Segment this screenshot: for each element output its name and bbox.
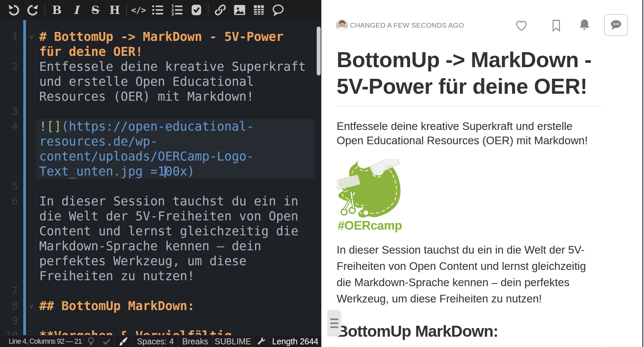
- code-row[interactable]: ## BottomUp MarkDown:: [39, 298, 195, 313]
- code-token: Markdown-Sprache kennen – dein: [39, 239, 261, 253]
- code-token: Text_unten.jpg =1: [39, 164, 165, 178]
- code-row[interactable]: Entfessele deine kreative Superkraft: [39, 59, 306, 74]
- list-ul-icon[interactable]: [151, 2, 165, 18]
- code-row[interactable]: für deine OER!: [39, 44, 143, 59]
- handle-bar: [330, 326, 338, 328]
- comments-button[interactable]: [604, 14, 628, 36]
- image-icon[interactable]: [232, 2, 247, 18]
- code-row[interactable]: # BottomUp -> MarkDown - 5V-Power: [39, 29, 283, 44]
- code-row[interactable]: die Welt der 5V-Freiheiten von Open: [39, 209, 298, 224]
- toolbar-separator: [208, 3, 209, 17]
- spaces-setting[interactable]: Spaces: 4: [133, 336, 178, 347]
- lightbulb-status-icon[interactable]: [84, 336, 99, 347]
- editor-pane: BISH</>123 1∨# BottomUp -> MarkDown - 5V…: [0, 0, 321, 347]
- bookmark-icon[interactable]: [549, 19, 563, 34]
- code-icon[interactable]: </>: [131, 2, 146, 18]
- keymap-setting[interactable]: SUBLIME: [213, 336, 254, 347]
- gutter-border: [35, 20, 36, 335]
- code-row[interactable]: und erstelle Open Educational: [39, 74, 254, 89]
- fold-chevron-icon[interactable]: ∨: [28, 298, 35, 313]
- logo-caption: #OERcamp: [337, 219, 403, 233]
- code-token: Entfessele deine kreative Superkraft: [39, 59, 306, 74]
- code-token: []: [47, 119, 61, 134]
- undo-icon[interactable]: [6, 2, 21, 18]
- toolbar-separator: [126, 3, 127, 17]
- code-token: Freiheiten zu nutzen!: [39, 269, 195, 283]
- code-row[interactable]: Content und lernst gleichzeitig die: [39, 224, 298, 239]
- pane-resize-handle[interactable]: [327, 310, 341, 336]
- code-token: Resources (OER) mit Markdown!: [39, 89, 254, 104]
- comment-icon[interactable]: [271, 2, 285, 18]
- strikethrough-icon[interactable]: S: [88, 2, 103, 18]
- code-token: (https://open-educational-: [61, 119, 254, 134]
- line-number[interactable]: 1: [0, 29, 18, 44]
- link-icon[interactable]: [213, 2, 228, 18]
- text-line: Entfessele deine kreative Superkraft und…: [337, 119, 606, 133]
- code-token: 00x): [165, 164, 195, 178]
- text-line: 5V-Power für deine OER!: [337, 73, 612, 100]
- doc-length[interactable]: Length 2644: [269, 336, 321, 347]
- flame-shape: [338, 160, 400, 217]
- author-avatar[interactable]: [336, 19, 348, 31]
- code-row[interactable]: **Vorgehen & Vervielfältig: [39, 328, 232, 335]
- section-divider: [337, 345, 601, 346]
- handle-bar: [330, 322, 338, 324]
- editor-statusbar: Line 4, Columns 92 — 21Spaces: 4BreaksSU…: [0, 335, 321, 347]
- check-status-icon[interactable]: [99, 336, 115, 347]
- italic-icon[interactable]: I: [69, 2, 83, 18]
- line-number[interactable]: 4: [0, 119, 18, 134]
- code-row[interactable]: ![](https://open-educational-: [39, 119, 254, 134]
- doc-title: BottomUp -> MarkDown -5V-Power für deine…: [337, 47, 612, 100]
- text-line: die Markdown-Sprache kennen – dein perfe…: [337, 274, 606, 290]
- code-token: !: [39, 119, 47, 134]
- code-row[interactable]: Markdown-Sprache kennen – dein: [39, 239, 261, 254]
- code-row[interactable]: resources.de/wp-: [39, 134, 158, 149]
- redo-icon[interactable]: [26, 2, 40, 18]
- title-divider: [337, 106, 601, 107]
- like-heart-icon[interactable]: [514, 19, 528, 34]
- code-token: Content und lernst gleichzeitig die: [39, 224, 298, 238]
- code-token: content/uploads/OERCamp-Logo-: [39, 149, 254, 164]
- brush-status-icon[interactable]: [115, 336, 133, 347]
- code-token: für deine OER!: [39, 45, 143, 59]
- code-editor[interactable]: 1∨# BottomUp -> MarkDown - 5V-Powerfür d…: [0, 20, 321, 335]
- line-number[interactable]: 7: [0, 284, 18, 298]
- line-number[interactable]: 5: [0, 179, 18, 194]
- gutter-accent-bar: [23, 20, 26, 335]
- notification-bell-icon[interactable]: [577, 18, 592, 34]
- code-token: resources.de/wp-: [39, 134, 158, 149]
- last-changed-label: CHANGED A FEW SECONDS AGO: [350, 21, 464, 29]
- code-token: und erstelle Open Educational: [39, 74, 254, 89]
- code-row[interactable]: Text_unten.jpg =100x): [39, 164, 195, 179]
- code-token: ## BottomUp MarkDown:: [39, 299, 195, 313]
- text-line: In dieser Session tauchst du ein in die …: [337, 242, 606, 258]
- wrench-status-icon[interactable]: [254, 336, 269, 347]
- fold-chevron-icon[interactable]: ∨: [28, 29, 35, 44]
- table-icon[interactable]: [252, 2, 266, 18]
- list-ol-icon[interactable]: 123: [170, 2, 184, 18]
- breaks-setting[interactable]: Breaks: [178, 336, 213, 347]
- line-number[interactable]: 2: [0, 59, 18, 74]
- bold-icon[interactable]: B: [50, 2, 64, 18]
- code-token: die Welt der 5V-Freiheiten von Open: [39, 209, 298, 223]
- code-token: In dieser Session tauchst du ein in: [39, 194, 298, 208]
- cursor-position[interactable]: Line 4, Columns 92 — 21: [0, 336, 84, 347]
- checkbox-icon[interactable]: [189, 2, 204, 18]
- code-token: **Vorgehen & Vervielfältig: [39, 329, 232, 335]
- editor-scrollbar-thumb[interactable]: [317, 27, 321, 75]
- paragraph-2: In dieser Session tauchst du ein in die …: [337, 242, 606, 307]
- heading-icon[interactable]: H: [107, 2, 122, 18]
- toolbar-separator: [45, 3, 45, 17]
- line-number[interactable]: 8: [0, 298, 18, 313]
- code-row[interactable]: content/uploads/OERCamp-Logo-: [39, 149, 254, 164]
- line-number[interactable]: 9: [0, 313, 18, 328]
- code-row[interactable]: Freiheiten zu nutzen!: [39, 269, 195, 284]
- section-heading: BottomUp MarkDown:: [337, 321, 498, 341]
- code-row[interactable]: perfektes Werkzeug, um diese: [39, 254, 247, 269]
- line-number[interactable]: 10: [0, 328, 18, 335]
- line-number[interactable]: 3: [0, 104, 18, 119]
- code-row[interactable]: Resources (OER) mit Markdown!: [39, 89, 254, 104]
- code-row[interactable]: In dieser Session tauchst du ein in: [39, 194, 298, 209]
- editor-toolbar: BISH</>123: [0, 0, 321, 20]
- line-number[interactable]: 6: [0, 194, 18, 209]
